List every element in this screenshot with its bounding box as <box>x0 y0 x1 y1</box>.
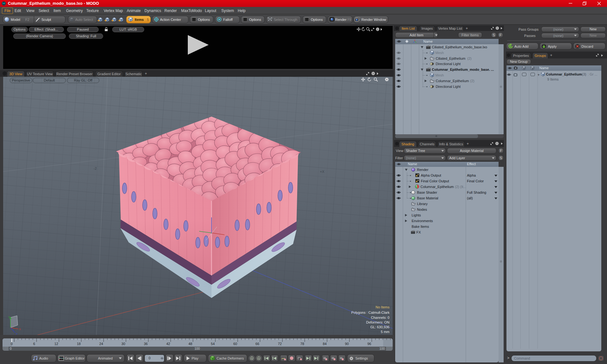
svg-text:X: X <box>19 328 21 331</box>
svg-text:Y: Y <box>8 316 10 319</box>
